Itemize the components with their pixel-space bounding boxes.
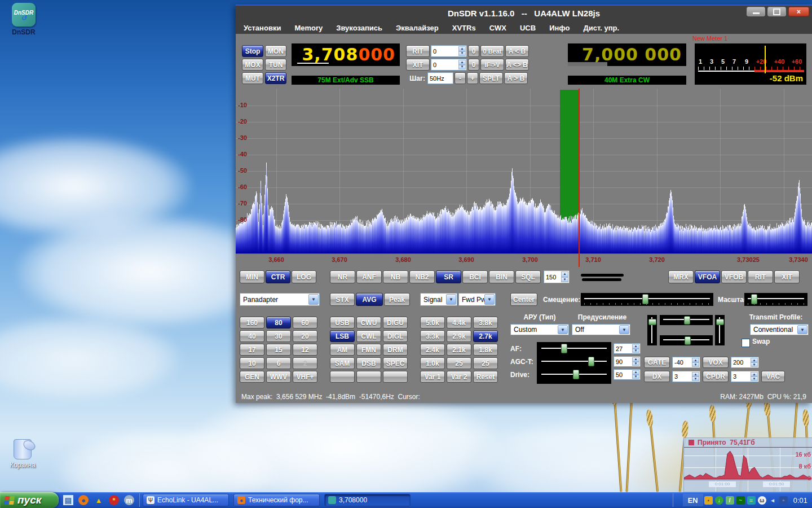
xit-button[interactable]: XIT [774, 270, 800, 283]
band-160-button[interactable]: 160 [240, 317, 264, 329]
aux-right-vslider[interactable] [715, 315, 725, 345]
maximize-button[interactable] [767, 7, 786, 16]
firefox-icon[interactable]: ● [78, 495, 89, 505]
ctr-button[interactable]: CTR [266, 270, 290, 283]
spinner-arrows[interactable]: ▲▼ [751, 358, 758, 367]
af-spinner[interactable]: 27▲▼ [614, 343, 641, 354]
filter-2.9k-button[interactable]: 2.9k [447, 330, 471, 342]
drive-spinner[interactable]: 50▲▼ [614, 369, 641, 380]
step-input[interactable]: 50Hz [427, 72, 453, 84]
band-vhf+-button[interactable]: VHF+ [293, 371, 317, 383]
spin-down-icon[interactable]: ▼ [692, 362, 699, 367]
band-20-button[interactable]: 20 [293, 330, 317, 342]
mut-button[interactable]: MUT [242, 72, 263, 84]
spin-up-icon[interactable]: ▲ [751, 358, 758, 362]
spinner-arrows[interactable]: ▲▼ [632, 357, 639, 366]
log-button[interactable]: LOG [292, 270, 316, 283]
vfo-a-display[interactable]: 3,708000 [292, 43, 400, 66]
band-15-button[interactable]: 15 [266, 344, 291, 356]
gate-button[interactable]: GATE [644, 357, 670, 368]
menu-item-установки[interactable]: Установки [244, 24, 281, 32]
show-desktop-icon[interactable]: ▤ [63, 495, 73, 505]
spin-down-icon[interactable]: ▼ [632, 362, 639, 366]
mode-blank-button[interactable] [330, 371, 355, 383]
band-80-button[interactable]: 80 [266, 317, 291, 329]
taskbar-task-echolink---ua4al...[interactable]: ΨEchoLink - UA4AL... [143, 494, 229, 506]
spinner-arrows[interactable]: ▲▼ [692, 372, 699, 381]
spin-down-icon[interactable]: ▼ [458, 51, 466, 56]
spin-down-icon[interactable]: ▼ [632, 375, 639, 379]
spin-down-icon[interactable]: ▼ [692, 376, 699, 381]
mode-lsb-button[interactable]: LSB [330, 330, 355, 342]
power-meter-select[interactable]: Fwd Pwr ▼ [458, 293, 496, 306]
filter-3.3k-button[interactable]: 3.3k [420, 330, 445, 342]
cpdr-button[interactable]: CPDR [703, 371, 729, 382]
mode-blank-button[interactable] [356, 371, 381, 383]
vox-spinner[interactable]: 200▲▼ [731, 357, 759, 368]
filter-1.8k-button[interactable]: 1.8k [473, 344, 498, 356]
filter-2.7k-button[interactable]: 2.7k [473, 330, 498, 342]
filter-25-button[interactable]: 25 [473, 357, 498, 369]
bci-button[interactable]: BCI [462, 270, 488, 283]
filter-25-button[interactable]: 25 [447, 357, 471, 369]
spin-up-icon[interactable]: ▲ [632, 357, 639, 362]
mode-cwl-button[interactable]: CWL [356, 330, 381, 342]
aux-bottom-thumb[interactable] [685, 336, 691, 345]
band-gen-button[interactable]: GEN [240, 371, 264, 383]
rit-button[interactable]: RIT [748, 270, 773, 283]
band-60-button[interactable]: 60 [293, 317, 317, 329]
filter-5.0k-button[interactable]: 5.0k [420, 317, 445, 329]
a-less-b-button[interactable]: A < B [505, 45, 529, 57]
desktop-icon-recycle-bin[interactable]: Корзина [5, 439, 41, 469]
download-master-icon[interactable]: ↓ [715, 496, 723, 505]
spin-up-icon[interactable]: ▲ [458, 60, 466, 65]
agc-t-spinner[interactable]: 90▲▼ [614, 356, 641, 367]
aux-top-thumb[interactable] [684, 316, 690, 325]
vox-button[interactable]: VOX [703, 357, 729, 368]
xit-spinner[interactable]: 0▲▼ [431, 59, 467, 71]
rit-zero-button[interactable]: 0 [468, 45, 479, 57]
menu-item-ucb[interactable]: UCB [520, 24, 536, 32]
zero-beat-button[interactable]: 0 Beat [480, 45, 504, 57]
peak-button[interactable]: Peak [384, 293, 410, 306]
rit-button[interactable]: RIT [406, 45, 430, 57]
filter-3.8k-button[interactable]: 3.8k [473, 317, 498, 329]
mode-drm-button[interactable]: DRM [383, 344, 408, 356]
sr-button[interactable]: SR [436, 270, 461, 283]
mox-button[interactable]: MOX [242, 59, 263, 71]
network-monitor-icon[interactable]: ▫ [779, 496, 788, 505]
mode-digl-button[interactable]: DIGL [383, 330, 408, 342]
spin-up-icon[interactable]: ▲ [692, 372, 699, 376]
spin-down-icon[interactable]: ▼ [751, 362, 758, 367]
sql-button[interactable]: SQL [515, 270, 541, 283]
a-swap-b-button[interactable]: A <> B [505, 59, 529, 71]
vfoa-button[interactable]: VFOA [695, 270, 720, 283]
filter-reset-button[interactable]: Reset [473, 371, 498, 383]
spin-up-icon[interactable]: ▲ [751, 372, 758, 376]
panadapter-canvas[interactable] [236, 89, 812, 253]
preamp-select[interactable]: Off ▼ [572, 324, 630, 335]
filter-2.4k-button[interactable]: 2.4k [420, 344, 445, 356]
split-button[interactable]: SPLT [479, 72, 503, 84]
nb-button[interactable]: NB [383, 270, 408, 283]
title-bar[interactable]: DnSDR v1.1.16.0 -- UA4ALW LN28js × [236, 6, 812, 21]
swap-checkbox[interactable] [742, 339, 750, 347]
taskbar-task-3-708000[interactable]: 3,708000 [324, 494, 411, 506]
nr-button[interactable]: NR [330, 270, 355, 283]
gate-spinner[interactable]: -40▲▼ [672, 357, 700, 368]
band-wwv-button[interactable]: WWV [266, 371, 291, 383]
band-30-button[interactable]: 30 [266, 330, 291, 342]
menu-item-звукозапись[interactable]: Звукозапись [336, 24, 382, 32]
avg-button[interactable]: AVG [356, 293, 383, 306]
mrx-button[interactable]: MRX [668, 270, 694, 283]
band-10-button[interactable]: 10 [240, 357, 264, 369]
spin-up-icon[interactable]: ▲ [632, 370, 639, 375]
start-button[interactable]: пуск [0, 492, 59, 508]
close-button[interactable]: × [788, 7, 809, 16]
aux-left-thumb[interactable] [648, 319, 656, 325]
aux-left-vslider[interactable] [647, 315, 657, 345]
spinner-arrows[interactable]: ▲▼ [632, 344, 639, 353]
mode-fmn-button[interactable]: FMN [356, 344, 381, 356]
rit-spinner[interactable]: 0▲▼ [431, 45, 467, 57]
stx-button[interactable]: STX [330, 293, 355, 306]
